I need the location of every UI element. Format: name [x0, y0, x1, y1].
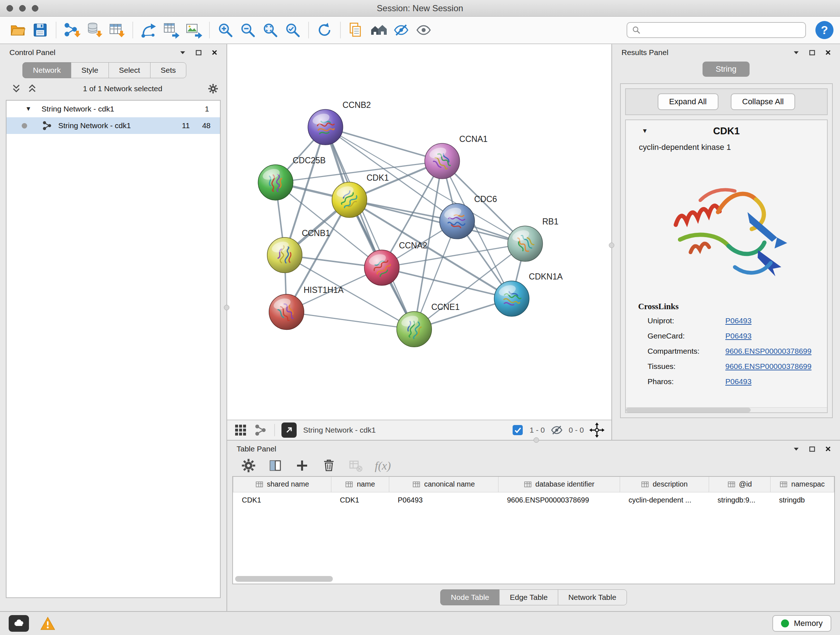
cell-name[interactable]: CDK1: [332, 492, 389, 508]
apply-layout-button[interactable]: [313, 19, 336, 41]
hide-selected-button[interactable]: [390, 19, 412, 41]
open-in-new-window-button[interactable]: [281, 423, 297, 438]
network-node[interactable]: CCNA1: [425, 134, 488, 179]
float-panel-icon[interactable]: [808, 49, 816, 57]
export-network-button[interactable]: [137, 19, 160, 41]
network-edge[interactable]: [286, 312, 414, 329]
network-row-selected[interactable]: String Network - cdk1 11 48: [6, 117, 220, 134]
network-glyph-icon[interactable]: [254, 423, 268, 437]
delete-icon[interactable]: [321, 458, 336, 473]
zoom-selected-button[interactable]: [281, 19, 304, 41]
col-name[interactable]: name: [332, 477, 389, 492]
network-node[interactable]: RB1: [508, 217, 559, 261]
horizontal-scrollbar-thumb[interactable]: [235, 576, 333, 582]
panel-menu-icon[interactable]: [792, 445, 800, 453]
col-namespace[interactable]: namespac: [771, 477, 834, 492]
help-button[interactable]: ?: [815, 21, 834, 39]
cell-shared-name[interactable]: CDK1: [233, 492, 332, 508]
table-row[interactable]: CDK1 CDK1 P06493 9606.ENSP00000378699 cy…: [233, 492, 834, 508]
network-node[interactable]: CDK1: [332, 173, 389, 218]
gear-icon[interactable]: [241, 458, 256, 473]
horizontal-scrollbar[interactable]: [626, 407, 827, 412]
tab-sets[interactable]: Sets: [150, 62, 186, 78]
string-home-button[interactable]: [368, 19, 390, 41]
cloud-button[interactable]: [9, 615, 29, 632]
crosslink-compartments[interactable]: 9606.ENSP00000378699: [725, 347, 816, 356]
crosslink-pharos[interactable]: P06493: [725, 377, 816, 386]
panel-menu-icon[interactable]: [792, 49, 800, 57]
cell-namespace[interactable]: stringdb: [771, 492, 834, 508]
crosslink-genecard[interactable]: P06493: [725, 332, 816, 340]
col-id[interactable]: @id: [709, 477, 771, 492]
tab-string[interactable]: String: [703, 62, 749, 77]
import-table-from-file-button[interactable]: [106, 19, 128, 41]
warnings-button[interactable]: [38, 615, 58, 632]
zoom-fit-button[interactable]: [259, 19, 281, 41]
crosslink-uniprot[interactable]: P06493: [725, 317, 816, 325]
collapse-all-icon[interactable]: [11, 83, 22, 94]
float-panel-icon[interactable]: [808, 445, 816, 453]
col-database-identifier[interactable]: database identifier: [499, 477, 620, 492]
gear-icon[interactable]: [208, 83, 218, 94]
col-description[interactable]: description: [620, 477, 709, 492]
show-all-button[interactable]: [412, 19, 435, 41]
crosshair-move-icon[interactable]: [589, 422, 605, 438]
tab-select[interactable]: Select: [109, 62, 150, 78]
expander-icon[interactable]: ▼: [25, 105, 32, 112]
network-edge[interactable]: [382, 268, 512, 299]
network-edge[interactable]: [325, 127, 414, 329]
tab-node-table[interactable]: Node Table: [440, 589, 500, 605]
save-session-button[interactable]: [29, 19, 51, 41]
import-network-from-database-button[interactable]: [83, 19, 106, 41]
copy-button[interactable]: [345, 19, 368, 41]
cell-description[interactable]: cyclin-dependent ...: [620, 492, 709, 508]
hidden-eye-icon[interactable]: [550, 423, 564, 437]
birdseye-grid-icon[interactable]: [234, 423, 248, 437]
close-panel-icon[interactable]: [824, 49, 832, 57]
tab-network-table[interactable]: Network Table: [558, 589, 627, 605]
crosslink-tissues[interactable]: 9606.ENSP00000378699: [725, 362, 816, 371]
protein-section-header[interactable]: ▼ CDK1: [626, 120, 827, 142]
export-image-button[interactable]: [182, 19, 205, 41]
attribute-table[interactable]: shared name name canonical name database…: [233, 477, 834, 508]
selected-checkbox-icon[interactable]: [511, 423, 524, 437]
network-edge[interactable]: [325, 127, 442, 161]
network-collection-row[interactable]: ▼ String Network - cdk1 1: [6, 101, 220, 117]
open-file-button[interactable]: [6, 19, 29, 41]
collapse-all-button[interactable]: Collapse All: [731, 93, 796, 110]
memory-button[interactable]: Memory: [772, 615, 831, 632]
cell-database-identifier[interactable]: 9606.ENSP00000378699: [499, 492, 620, 508]
traffic-lights[interactable]: [6, 5, 38, 11]
network-node[interactable]: CCNE1: [397, 302, 460, 347]
search-input[interactable]: [645, 26, 801, 35]
network-node[interactable]: HIST1H1A: [269, 285, 344, 329]
float-panel-icon[interactable]: [195, 49, 202, 57]
columns-icon[interactable]: [268, 458, 283, 473]
import-network-from-file-button[interactable]: [61, 19, 83, 41]
cell-id[interactable]: stringdb:9...: [709, 492, 771, 508]
network-node[interactable]: CDKN1A: [494, 272, 563, 317]
maximize-window-icon[interactable]: [32, 5, 38, 11]
col-shared-name[interactable]: shared name: [233, 477, 332, 492]
fx-function-icon[interactable]: f(x): [375, 459, 391, 472]
network-canvas[interactable]: CCNB2CCNA1CDC25BCDK1CDC6RB1CCNB1CCNA2CDK…: [227, 44, 611, 420]
expander-icon[interactable]: ▼: [642, 127, 648, 135]
minimize-window-icon[interactable]: [19, 5, 26, 11]
tab-edge-table[interactable]: Edge Table: [499, 589, 558, 605]
zoom-out-button[interactable]: [237, 19, 259, 41]
zoom-in-button[interactable]: [214, 19, 237, 41]
expand-all-icon[interactable]: [27, 83, 38, 94]
add-column-icon[interactable]: [294, 458, 309, 473]
tab-style[interactable]: Style: [71, 62, 109, 78]
network-graph[interactable]: CCNB2CCNA1CDC25BCDK1CDC6RB1CCNB1CCNA2CDK…: [227, 44, 611, 420]
col-canonical-name[interactable]: canonical name: [389, 477, 499, 492]
expand-all-button[interactable]: Expand All: [658, 93, 718, 110]
close-panel-icon[interactable]: [824, 445, 832, 453]
close-window-icon[interactable]: [6, 5, 13, 11]
close-panel-icon[interactable]: [210, 49, 218, 57]
cell-canonical-name[interactable]: P06493: [389, 492, 499, 508]
tab-network[interactable]: Network: [22, 62, 71, 78]
network-node[interactable]: CDC25B: [258, 156, 325, 200]
panel-menu-icon[interactable]: [179, 49, 187, 57]
export-table-button[interactable]: [160, 19, 182, 41]
